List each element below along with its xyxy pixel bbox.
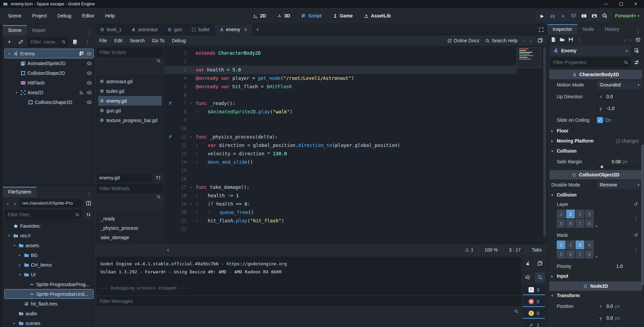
eye-icon[interactable] [87,51,92,56]
filesystem-filter-input[interactable] [5,210,82,219]
history-back-icon[interactable]: ‹ [524,38,525,44]
tab-inspector[interactable]: Inspector [547,24,578,35]
open-docs-icon[interactable] [632,46,641,55]
category-characterbody2d[interactable]: CharacterBody2D [549,70,642,79]
editor-menu-debug[interactable]: Debug [172,38,186,43]
mask-bit-8[interactable]: 8 [585,250,594,259]
fold-icon[interactable]: ▾ [190,200,195,208]
script-tab-level_1[interactable]: level_1 [95,24,127,35]
copy-output-icon[interactable] [535,258,545,268]
indent-mode[interactable]: Tabs [526,247,547,253]
slide-on-ceiling-checkbox[interactable]: ✓ [597,117,603,123]
position-y-value[interactable]: 0.0 [606,315,613,321]
zoom-level[interactable]: 100 % [479,247,503,253]
scene-node-collisionshape2d[interactable]: CollisionShape2D [4,97,94,107]
mask-bit-6[interactable]: 6 [566,250,575,259]
nav-forward-icon[interactable]: › [12,201,18,206]
script-item-gun.gd[interactable]: gun.gd [98,106,162,115]
mask-bit-4[interactable]: 4 [585,240,594,249]
code-line[interactable]: 21»hit_flash.play("hit_flash") [164,217,517,225]
position-x-value[interactable]: 0.0 [606,304,613,309]
scene-node-hitflash[interactable]: HitFlash [4,78,94,88]
warning-count[interactable]: ⚠ 1 [459,247,479,253]
grid-expand-icon[interactable]: ▾ [596,224,597,228]
history-forward-icon[interactable]: › [530,38,532,44]
expander-icon[interactable]: ▾ [14,91,19,94]
fs-item-scenes[interactable]: ▸scenes [4,318,94,327]
play-custom-scene-button[interactable] [591,13,598,18]
revert-icon[interactable]: ↺ [634,232,642,238]
fs-item-bg[interactable]: ▸BG [4,250,94,260]
expander-icon[interactable]: ▸ [12,321,17,325]
priority-value[interactable]: 1.0 [616,264,623,269]
code-line[interactable]: ↱7▾func _ready(): [164,99,517,108]
instance-scene-icon[interactable] [16,37,26,47]
editor-menu-file[interactable]: File [99,38,107,43]
scene-tree-menu-icon[interactable]: ⋮ [82,39,93,45]
resource-menu-icon[interactable]: ⋮ [577,37,582,43]
layer-bit-4[interactable]: 4 [585,210,594,218]
code-line[interactable]: 12»var direction = global_position.direc… [164,141,517,150]
code-line[interactable]: 22 [164,225,517,233]
renderer-selector[interactable]: Forward+▾ [615,13,639,18]
script-tab-enemy[interactable]: enemy✕ [215,24,253,35]
method-item-_physics_process[interactable]: _physics_process [98,223,162,233]
menu-debug[interactable]: Debug [53,11,75,20]
group-transform[interactable]: ▾Transform [549,291,642,300]
group-input[interactable]: ▸Input [549,271,642,281]
category-collisionobject2d[interactable]: CollisionObject2D [549,170,642,179]
fs-item-sprite-progressbarund-[interactable]: Sprite-ProgressbarUnd... [4,289,94,299]
counter-msg[interactable]: !3 [523,285,545,295]
script-tab-astronaut[interactable]: astronaut [127,24,162,35]
code-line[interactable]: 19▾»if health == 0: [164,200,517,208]
collapse-panel-icon[interactable]: ‹ [167,247,169,253]
up-direction-y-value[interactable]: -1.0 [606,106,614,111]
sort-files-icon[interactable] [84,210,93,219]
search-help-button[interactable]: Search Help [485,38,517,43]
inspector-back-icon[interactable]: ‹ [624,37,626,43]
new-tab-button[interactable]: + [253,24,263,35]
expander-icon[interactable]: ▸ [17,263,22,267]
code-editor[interactable]: 1extends CharacterBody2D23var health = 5… [164,46,547,244]
code-line[interactable]: 18»health -= 1 [164,192,517,200]
menu-project[interactable]: Project [28,11,51,20]
disable-mode-dropdown[interactable]: Remove▾ [597,180,642,189]
filesystem-menu-icon[interactable]: ⋮ [84,191,95,197]
play-scene-button[interactable] [580,13,588,18]
code-line[interactable]: 6 [164,91,517,99]
eye-icon[interactable] [87,90,92,95]
counter-warn[interactable]: !0 [523,309,545,319]
fold-icon[interactable]: ▾ [190,133,195,141]
scene-node-animatedsprite2d[interactable]: AnimatedSprite2D [4,58,94,68]
fs-item-assets[interactable]: ▾assets [4,240,94,250]
layer-bit-3[interactable]: 3 [576,210,584,218]
dock-menu-icon[interactable]: ⋮ [84,30,95,36]
code-line[interactable]: 10 [164,124,517,133]
filesystem-path[interactable]: res://assets/UI/Sprite-Pro [19,199,83,208]
add-node-button[interactable]: + [5,37,14,47]
counter-err[interactable]: ✕0 [523,297,545,307]
script-item-astronaut.gd[interactable]: astronaut.gd [98,76,162,86]
movie-maker-icon[interactable] [601,13,608,18]
maximize-button[interactable] [620,2,623,6]
layer-bit-8[interactable]: 8 [585,219,594,228]
sort-methods-icon[interactable] [154,173,163,182]
fs-item-audio[interactable]: audio [4,309,94,318]
code-minimap[interactable] [517,47,541,68]
code-line[interactable]: 20»»queue_free() [164,208,517,217]
mask-menu-icon[interactable]: ⋮ [634,247,639,253]
mask-bit-1[interactable]: 1 [557,240,565,249]
node-selector[interactable]: Enemy ▾ [550,46,631,56]
menu-editor[interactable]: Editor [78,11,99,20]
inspector-scrollbar[interactable] [641,145,644,285]
fs-item-hit-flash-tres[interactable]: hit_flash.tres [4,299,94,309]
inspector-forward-icon[interactable]: › [630,37,631,43]
show-search-icon[interactable] [535,272,545,282]
code-line[interactable]: 15 [164,166,517,175]
fs-item-sprite-progressbarprog-[interactable]: Sprite-ProgressbarProg... [4,279,94,289]
mask-bit-7[interactable]: 7 [576,250,584,259]
layer-menu-icon[interactable]: ⋮ [634,216,639,222]
layer-bit-1[interactable]: 1 [557,210,565,218]
group-floor[interactable]: ▸Floor [549,126,642,136]
property-tools-icon[interactable] [632,58,641,67]
